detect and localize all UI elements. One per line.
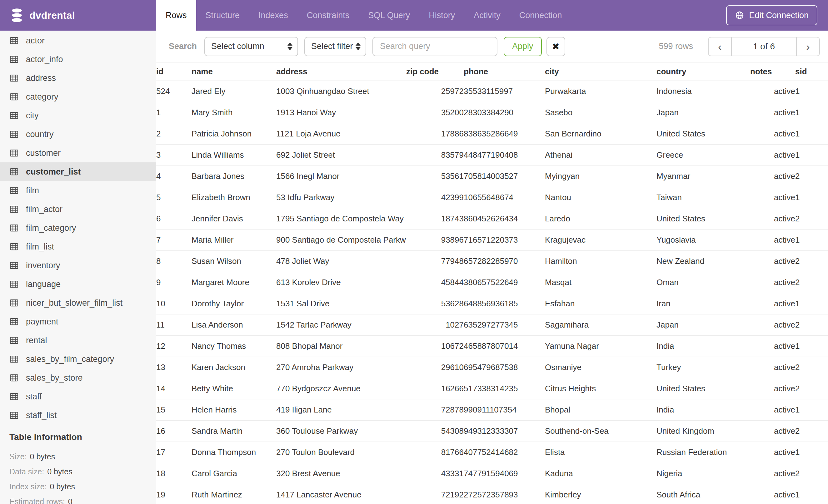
tab-rows[interactable]: Rows: [156, 0, 196, 31]
sidebar-item-sales-by-film-category[interactable]: sales_by_film_category: [0, 350, 156, 368]
sidebar-item-payment[interactable]: payment: [0, 312, 156, 331]
sidebar-item-language[interactable]: language: [0, 275, 156, 293]
sidebar-item-staff-list[interactable]: staff_list: [0, 406, 156, 425]
sidebar-item-city[interactable]: city: [0, 106, 156, 125]
sidebar-item-film[interactable]: film: [0, 181, 156, 200]
column-header-id[interactable]: id: [156, 62, 192, 81]
table-information-title: Table Information: [9, 432, 156, 442]
table-row[interactable]: 18Carol Garcia320 Brest Avenue4333174779…: [156, 463, 828, 484]
sidebar-item-actor[interactable]: actor: [0, 31, 156, 50]
sidebar-item-label: country: [26, 130, 54, 139]
table-row[interactable]: 9Margaret Moore613 Korolev Drive45844380…: [156, 272, 828, 293]
select-filter-dropdown[interactable]: Select filter: [304, 37, 366, 56]
chevron-left-icon: ‹: [718, 41, 721, 52]
sidebar-item-country[interactable]: country: [0, 125, 156, 144]
table-row[interactable]: 8Susan Wilson478 Joliet Way7794865728228…: [156, 251, 828, 272]
cell-sid: 1: [795, 484, 828, 504]
cell-city: Elista: [545, 442, 657, 463]
table-row[interactable]: 15Helen Harris419 Iligan Lane72878990911…: [156, 399, 828, 421]
table-grid-icon: [9, 279, 19, 289]
column-header-address[interactable]: address: [276, 62, 406, 81]
table-row[interactable]: 11Lisa Anderson1542 Tarlac Parkway102763…: [156, 314, 828, 336]
sidebar-item-label: film_actor: [26, 204, 63, 214]
table-row[interactable]: 12Nancy Thomas808 Bhopal Manor1067246588…: [156, 336, 828, 357]
sidebar-item-label: film_category: [26, 223, 76, 233]
table-row[interactable]: 10Dorothy Taylor1531 Sal Drive5362864885…: [156, 293, 828, 314]
sidebar-item-label: language: [26, 279, 60, 289]
tab-sql-query[interactable]: SQL Query: [359, 0, 419, 31]
table-body: 524Jared Ely1003 Qinhuangdao Street25972…: [156, 81, 828, 504]
info-value: 0: [68, 497, 73, 504]
column-header-sid[interactable]: sid: [795, 62, 828, 81]
sidebar-item-film-category[interactable]: film_category: [0, 219, 156, 237]
cell-city: Kimberley: [545, 484, 657, 504]
table-row[interactable]: 19Ruth Martinez1417 Lancaster Avenue7219…: [156, 484, 828, 504]
cell-id: 17: [156, 442, 192, 463]
sidebar-item-customer-list[interactable]: customer_list: [0, 163, 156, 181]
tabs: RowsStructureIndexesConstraintsSQL Query…: [156, 0, 571, 31]
column-header-name[interactable]: name: [192, 62, 276, 81]
column-header-city[interactable]: city: [545, 62, 657, 81]
table-row[interactable]: 2Patricia Johnson1121 Loja Avenue1788683…: [156, 123, 828, 145]
tab-structure[interactable]: Structure: [196, 0, 249, 31]
tab-indexes[interactable]: Indexes: [249, 0, 297, 31]
cell-city: Laredo: [545, 208, 657, 230]
next-page-button[interactable]: ›: [797, 38, 819, 56]
table-row[interactable]: 14Betty White770 Bydgoszcz Avenue1626651…: [156, 378, 828, 399]
table-row[interactable]: 6Jennifer Davis1795 Santiago de Composte…: [156, 208, 828, 230]
sidebar-item-address[interactable]: address: [0, 69, 156, 87]
table-row[interactable]: 4Barbara Jones1566 Inegl Manor5356170581…: [156, 166, 828, 187]
column-header-phone[interactable]: phone: [464, 62, 545, 81]
cell-zip-code: 72878: [406, 399, 464, 421]
sidebar-item-film-list[interactable]: film_list: [0, 237, 156, 256]
apply-button[interactable]: Apply: [504, 37, 542, 56]
table-row[interactable]: 5Elizabeth Brown53 Idfu Parkway423991065…: [156, 187, 828, 208]
cell-phone: 407752414682: [464, 442, 545, 463]
tab-history[interactable]: History: [419, 0, 464, 31]
sidebar-item-rental[interactable]: rental: [0, 331, 156, 350]
tab-constraints[interactable]: Constraints: [297, 0, 359, 31]
table-row[interactable]: 1Mary Smith1913 Hanoi Way352002830338429…: [156, 102, 828, 123]
cell-phone: 272572357893: [464, 484, 545, 504]
previous-page-button[interactable]: ‹: [709, 38, 731, 56]
sidebar-item-nicer-but-slower-film-list[interactable]: nicer_but_slower_film_list: [0, 293, 156, 312]
sidebar-item-film-actor[interactable]: film_actor: [0, 200, 156, 219]
cell-address: 1121 Loja Avenue: [276, 123, 406, 145]
sidebar-item-customer[interactable]: customer: [0, 144, 156, 163]
edit-connection-button[interactable]: Edit Connection: [726, 5, 817, 25]
sidebar-item-staff[interactable]: staff: [0, 387, 156, 406]
sidebar-item-actor-info[interactable]: actor_info: [0, 50, 156, 69]
cell-zip-code: 42399: [406, 187, 464, 208]
cell-sid: 1: [795, 293, 828, 314]
column-header-zip-code[interactable]: zip code: [406, 62, 464, 81]
cell-country: Russian Federation: [657, 442, 750, 463]
sidebar-item-label: nicer_but_slower_film_list: [26, 298, 122, 308]
column-header-country[interactable]: country: [657, 62, 750, 81]
search-query-input[interactable]: [372, 37, 497, 56]
cell-country: Japan: [657, 102, 750, 123]
cell-sid: 1: [795, 336, 828, 357]
cell-sid: 1: [795, 145, 828, 166]
clear-search-button[interactable]: ✖: [546, 37, 565, 56]
tab-activity[interactable]: Activity: [464, 0, 510, 31]
sidebar-item-sales-by-store[interactable]: sales_by_store: [0, 368, 156, 387]
tab-connection[interactable]: Connection: [510, 0, 572, 31]
sidebar-item-inventory[interactable]: inventory: [0, 256, 156, 275]
table-header: idnameaddresszip codephonecitycountrynot…: [156, 62, 828, 81]
sidebar-item-category[interactable]: category: [0, 87, 156, 106]
table-row[interactable]: 17Donna Thompson270 Toulon Boulevard8176…: [156, 442, 828, 463]
table-row[interactable]: 7Maria Miller900 Santiago de Compostela …: [156, 230, 828, 251]
cell-id: 10: [156, 293, 192, 314]
edit-connection-label: Edit Connection: [749, 11, 809, 20]
select-column-dropdown[interactable]: Select column: [204, 37, 298, 56]
cell-country: United States: [657, 378, 750, 399]
sidebar-item-label: inventory: [26, 261, 60, 270]
table-row[interactable]: 13Karen Jackson270 Amroha Parkway2961069…: [156, 357, 828, 378]
column-header-notes[interactable]: notes: [750, 62, 795, 81]
cell-phone: 448477190408: [464, 145, 545, 166]
cell-sid: 2: [795, 208, 828, 230]
table-row[interactable]: 524Jared Ely1003 Qinhuangdao Street25972…: [156, 81, 828, 102]
table-row[interactable]: 3Linda Williams692 Joliet Street83579448…: [156, 145, 828, 166]
table-row[interactable]: 16Sandra Martin360 Toulouse Parkway54308…: [156, 421, 828, 442]
cell-phone: 838635286649: [464, 123, 545, 145]
